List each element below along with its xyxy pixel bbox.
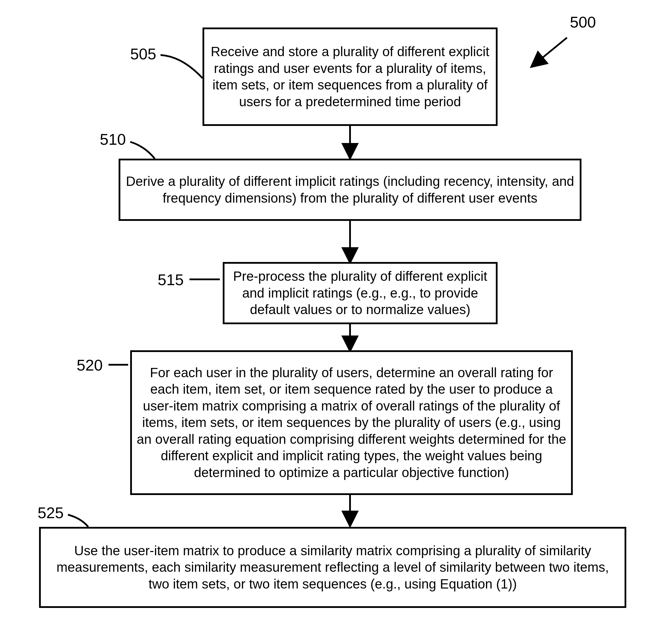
step-text-525: Use the user-item matrix to produce a si… <box>41 542 625 593</box>
step-label-520: 520 <box>77 356 103 374</box>
flowchart: 500 505 Receive and store a plurality of… <box>0 0 672 625</box>
step-box-520: For each user in the plurality of users,… <box>130 350 573 495</box>
step-text-510: Derive a plurality of different implicit… <box>120 173 580 206</box>
step-text-520: For each user in the plurality of users,… <box>132 365 571 481</box>
step-box-505: Receive and store a plurality of differe… <box>202 27 498 126</box>
step-label-505: 505 <box>130 45 156 63</box>
step-box-515: Pre-process the plurality of different e… <box>223 262 498 324</box>
step-box-525: Use the user-item matrix to produce a si… <box>39 527 626 608</box>
step-text-515: Pre-process the plurality of different e… <box>224 268 496 318</box>
step-label-525: 525 <box>38 504 64 522</box>
step-text-505: Receive and store a plurality of differe… <box>204 43 496 110</box>
step-label-510: 510 <box>100 130 126 148</box>
svg-line-0 <box>535 38 567 64</box>
step-box-510: Derive a plurality of different implicit… <box>119 159 581 221</box>
step-label-515: 515 <box>158 271 184 288</box>
flow-label: 500 <box>570 13 596 31</box>
